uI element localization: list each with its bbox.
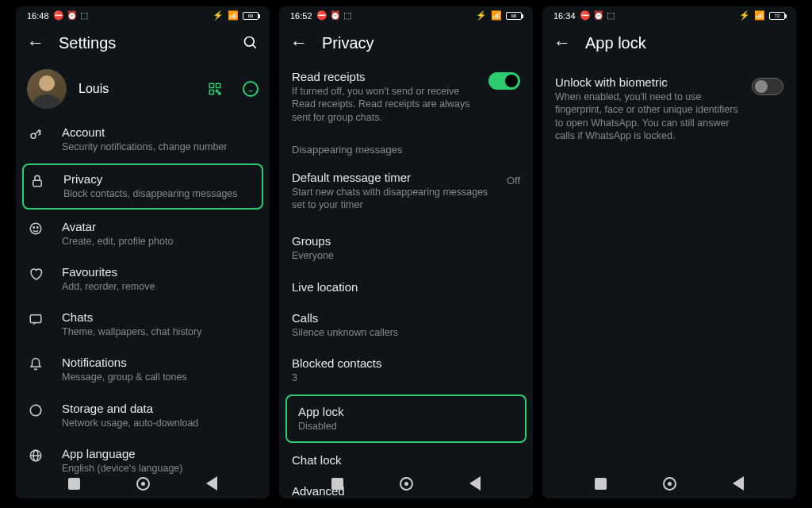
settings-item-privacy[interactable]: PrivacyBlock contacts, disappearing mess…: [22, 164, 263, 209]
status-bar: 16:34⛔ ⏰ ⬚ ⚡📶72: [542, 6, 796, 25]
avatar: [27, 69, 67, 109]
item-title: Chats: [62, 310, 257, 324]
privacy-item-calls[interactable]: Calls Silence unknown callers: [281, 302, 531, 348]
settings-item-favourites[interactable]: FavouritesAdd, reorder, remove: [17, 256, 268, 302]
settings-item-chats[interactable]: ChatsTheme, wallpapers, chat history: [17, 302, 268, 347]
nav-home[interactable]: [400, 477, 413, 491]
svg-rect-3: [216, 83, 220, 87]
item-desc: Security notifications, change number: [62, 140, 257, 153]
privacy-item-app-lock[interactable]: App lock Disabled: [285, 394, 527, 443]
battery-icon: 69: [243, 12, 259, 20]
profile-row[interactable]: Louis ⌄: [16, 61, 270, 117]
privacy-item-default-timer[interactable]: Default message timerStart new chats wit…: [281, 162, 531, 221]
biometric-toggle[interactable]: [752, 78, 783, 95]
nav-home[interactable]: [136, 477, 150, 491]
privacy-item-blocked[interactable]: Blocked contacts 3: [281, 348, 531, 393]
back-button[interactable]: ←: [553, 33, 571, 53]
item-desc: Silence unknown callers: [292, 326, 520, 339]
profile-name: Louis: [79, 82, 193, 96]
clock: 16:52: [290, 11, 312, 21]
item-title: Read receipts: [292, 70, 479, 83]
clock: 16:48: [27, 11, 49, 21]
item-title: Unlock with biometric: [555, 75, 742, 89]
item-desc: Block contacts, disappearing messages: [63, 187, 255, 200]
back-button[interactable]: ←: [27, 33, 44, 53]
svg-rect-5: [216, 90, 218, 92]
item-title: Groups: [292, 234, 520, 248]
status-icons-left: ⛔ ⏰ ⬚: [580, 10, 615, 21]
read-receipts-toggle[interactable]: [488, 72, 520, 90]
storage-icon: [29, 403, 44, 418]
svg-rect-8: [33, 181, 42, 187]
svg-point-10: [33, 226, 35, 228]
qr-icon[interactable]: [208, 82, 222, 96]
item-title: Live location: [292, 280, 520, 294]
nav-back[interactable]: [206, 476, 217, 491]
chat-icon: [29, 312, 44, 326]
back-button[interactable]: ←: [290, 33, 308, 53]
key-icon: [29, 127, 44, 141]
item-desc: Network usage, auto-download: [62, 417, 257, 429]
settings-item-notifications[interactable]: NotificationsMessage, group & call tones: [17, 347, 268, 392]
bluetooth-icon: ⚡: [476, 10, 487, 21]
settings-item-account[interactable]: AccountSecurity notifications, change nu…: [17, 117, 268, 162]
nav-back[interactable]: [469, 476, 481, 491]
item-title: Chat lock: [292, 453, 520, 467]
svg-rect-12: [30, 315, 41, 323]
item-title: Blocked contacts: [292, 356, 520, 370]
face-icon: [29, 221, 44, 236]
item-title: Storage and data: [62, 402, 257, 415]
privacy-item-groups[interactable]: Groups Everyone: [281, 220, 531, 271]
bluetooth-icon: ⚡: [739, 10, 750, 21]
svg-rect-6: [219, 93, 220, 94]
nav-home[interactable]: [663, 477, 676, 491]
page-title: App lock: [585, 34, 785, 52]
signal-icon: 📶: [491, 10, 502, 21]
item-desc: If turned off, you won't send or receive…: [292, 85, 479, 124]
heart-icon: [29, 267, 44, 281]
nav-recents[interactable]: [595, 478, 607, 490]
status-bar: 16:52⛔ ⏰ ⬚ ⚡📶68: [279, 6, 533, 25]
item-title: Default message timer: [292, 171, 497, 184]
bluetooth-icon: ⚡: [213, 10, 224, 21]
privacy-item-read-receipts[interactable]: Read receiptsIf turned off, you won't se…: [281, 61, 531, 133]
svg-rect-2: [209, 83, 213, 87]
nav-recents[interactable]: [331, 478, 343, 490]
svg-point-9: [30, 223, 41, 234]
settings-screen: 16:48⛔ ⏰ ⬚ ⚡📶69 ← Settings Louis ⌄ Accou…: [16, 6, 270, 498]
search-icon[interactable]: [243, 35, 259, 51]
status-icons-left: ⛔ ⏰ ⬚: [53, 10, 88, 21]
svg-rect-4: [209, 90, 213, 94]
privacy-item-live-location[interactable]: Live location: [281, 271, 531, 302]
battery-icon: 68: [506, 12, 522, 20]
status-bar: 16:48⛔ ⏰ ⬚ ⚡📶69: [16, 6, 270, 25]
svg-point-7: [31, 133, 36, 138]
svg-line-1: [253, 45, 256, 48]
item-title: App language: [62, 447, 257, 460]
item-desc: Theme, wallpapers, chat history: [62, 325, 257, 338]
privacy-screen: 16:52⛔ ⏰ ⬚ ⚡📶68 ← Privacy Read receiptsI…: [279, 6, 533, 498]
item-value: Everyone: [292, 249, 520, 262]
item-title: Account: [62, 125, 257, 139]
section-label: Disappearing messages: [281, 133, 531, 162]
clock: 16:34: [553, 11, 576, 21]
nav-recents[interactable]: [68, 478, 80, 490]
item-value: 3: [292, 371, 520, 384]
nav-bar: [16, 468, 270, 498]
settings-item-avatar[interactable]: AvatarCreate, edit, profile photo: [17, 211, 268, 256]
app-lock-item-biometric[interactable]: Unlock with biometricWhen enabled, you'l…: [544, 61, 795, 151]
nav-back[interactable]: [733, 476, 744, 491]
globe-icon: [29, 448, 44, 463]
battery-icon: 72: [769, 12, 785, 20]
svg-point-0: [245, 37, 255, 47]
item-desc: Create, edit, profile photo: [62, 235, 257, 248]
app-lock-screen: 16:34⛔ ⏰ ⬚ ⚡📶72 ← App lock Unlock with b…: [542, 6, 796, 498]
item-title: Favourites: [62, 265, 257, 279]
item-title: Privacy: [63, 172, 255, 186]
item-desc: Add, reorder, remove: [62, 280, 257, 293]
status-icons-left: ⛔ ⏰ ⬚: [316, 10, 351, 21]
settings-item-storage[interactable]: Storage and dataNetwork usage, auto-down…: [17, 393, 268, 438]
nav-bar: [542, 468, 796, 498]
item-value: Off: [507, 175, 520, 187]
chevron-down-icon[interactable]: ⌄: [243, 81, 259, 97]
